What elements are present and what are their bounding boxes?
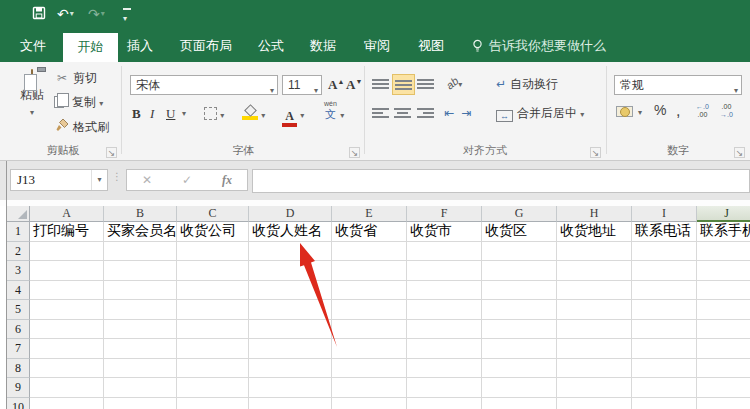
cell-F3[interactable] (407, 261, 481, 281)
cell-A5[interactable] (30, 300, 103, 320)
cell-C2[interactable] (177, 242, 248, 262)
chevron-down-icon[interactable]: ▾ (99, 99, 103, 108)
cell-H2[interactable] (557, 242, 631, 262)
cell-C4[interactable] (177, 281, 248, 301)
cell-D10[interactable] (249, 398, 331, 409)
row-header-10[interactable]: 10 (7, 398, 30, 409)
percent-style-button[interactable]: % (654, 102, 666, 118)
cell-F5[interactable] (407, 300, 481, 320)
cell-H7[interactable] (557, 339, 631, 359)
column-header-C[interactable]: C (177, 206, 249, 222)
cell-G6[interactable] (482, 320, 556, 340)
cell-H6[interactable] (557, 320, 631, 340)
italic-button[interactable]: I (150, 104, 154, 124)
row-header-7[interactable]: 7 (7, 339, 30, 359)
number-format-select[interactable]: 常规▾ (614, 75, 742, 95)
increase-decimal-button[interactable]: ←.0.00 (696, 103, 709, 119)
cell-A10[interactable] (30, 398, 103, 409)
cell-C5[interactable] (177, 300, 248, 320)
paste-button[interactable]: 粘贴 ▾ (12, 70, 52, 118)
row-header-9[interactable]: 9 (7, 378, 30, 398)
cell-D8[interactable] (249, 359, 331, 379)
indent-buttons[interactable]: ⇤ ⇥ (444, 106, 473, 120)
orientation-button[interactable]: ab▾ (446, 76, 462, 90)
column-header-H[interactable]: H (557, 206, 632, 222)
cell-C3[interactable] (177, 261, 248, 281)
tell-me-box[interactable]: 告诉我你想要做什么 (472, 30, 606, 62)
cell-A3[interactable] (30, 261, 103, 281)
tab-8[interactable]: 视图 (418, 30, 444, 62)
chevron-down-icon[interactable]: ▾ (261, 111, 265, 120)
cell-J6[interactable] (697, 320, 750, 340)
cell-D4[interactable] (249, 281, 331, 301)
column-header-F[interactable]: F (407, 206, 482, 222)
cell-G9[interactable] (482, 378, 556, 398)
cell-I4[interactable] (632, 281, 696, 301)
cell-H8[interactable] (557, 359, 631, 379)
cell-G10[interactable] (482, 398, 556, 409)
shrink-font-button[interactable]: A▼ (346, 77, 362, 93)
bold-button[interactable]: B (132, 104, 141, 124)
cell-J9[interactable] (697, 378, 750, 398)
chevron-down-icon[interactable]: ▾ (340, 111, 344, 120)
column-header-B[interactable]: B (104, 206, 177, 222)
cell-E10[interactable] (332, 398, 406, 409)
fill-color-button[interactable]: ▾ (242, 104, 265, 124)
cell-I10[interactable] (632, 398, 696, 409)
cell-G2[interactable] (482, 242, 556, 262)
format-painter-button[interactable]: 格式刷 (54, 118, 109, 134)
cell-F9[interactable] (407, 378, 481, 398)
cell-J4[interactable] (697, 281, 750, 301)
comma-style-button[interactable]: , (676, 102, 680, 120)
top-align-button[interactable] (370, 74, 391, 93)
cell-I1[interactable]: 联系电话 (632, 222, 696, 242)
cell-A2[interactable] (30, 242, 103, 262)
cell-H1[interactable]: 收货地址 (557, 222, 631, 242)
chevron-down-icon[interactable]: ▾ (580, 110, 584, 119)
cell-B6[interactable] (104, 320, 176, 340)
save-icon[interactable] (32, 6, 46, 23)
cell-E9[interactable] (332, 378, 406, 398)
cell-F7[interactable] (407, 339, 481, 359)
phonetic-guide-button[interactable]: wén文 ▾ (324, 100, 344, 126)
cell-E7[interactable] (332, 339, 406, 359)
cell-F2[interactable] (407, 242, 481, 262)
cell-B7[interactable] (104, 339, 176, 359)
cell-H5[interactable] (557, 300, 631, 320)
number-dialog-launcher-icon[interactable]: ↘ (734, 147, 745, 158)
chevron-down-icon[interactable]: ▾ (220, 111, 224, 120)
row-header-4[interactable]: 4 (7, 281, 30, 301)
cell-H9[interactable] (557, 378, 631, 398)
cell-A4[interactable] (30, 281, 103, 301)
cell-G3[interactable] (482, 261, 556, 281)
cell-D9[interactable] (249, 378, 331, 398)
copy-button[interactable]: 复制 ▾ (54, 94, 103, 110)
cell-C1[interactable]: 收货公司 (177, 222, 248, 242)
chevron-down-icon[interactable]: ▾ (30, 108, 34, 117)
cell-B4[interactable] (104, 281, 176, 301)
cell-H10[interactable] (557, 398, 631, 409)
decrease-decimal-button[interactable]: .00→.0 (720, 103, 733, 119)
cell-J5[interactable] (697, 300, 750, 320)
cell-H3[interactable] (557, 261, 631, 281)
align-left-button[interactable] (370, 103, 391, 122)
cell-B8[interactable] (104, 359, 176, 379)
bottom-align-button[interactable] (415, 74, 436, 93)
insert-function-icon[interactable]: fx (222, 173, 232, 188)
cell-B2[interactable] (104, 242, 176, 262)
cell-I6[interactable] (632, 320, 696, 340)
underline-button[interactable]: U (166, 104, 175, 124)
cell-I7[interactable] (632, 339, 696, 359)
cell-D7[interactable] (249, 339, 331, 359)
cell-E1[interactable]: 收货省 (332, 222, 406, 242)
cell-I3[interactable] (632, 261, 696, 281)
cell-G5[interactable] (482, 300, 556, 320)
cancel-icon[interactable]: ✕ (142, 173, 152, 187)
row-header-6[interactable]: 6 (7, 320, 30, 340)
cell-G7[interactable] (482, 339, 556, 359)
cell-C6[interactable] (177, 320, 248, 340)
cell-G4[interactable] (482, 281, 556, 301)
cell-I9[interactable] (632, 378, 696, 398)
cell-A7[interactable] (30, 339, 103, 359)
chevron-down-icon[interactable]: ▾ (182, 104, 186, 124)
